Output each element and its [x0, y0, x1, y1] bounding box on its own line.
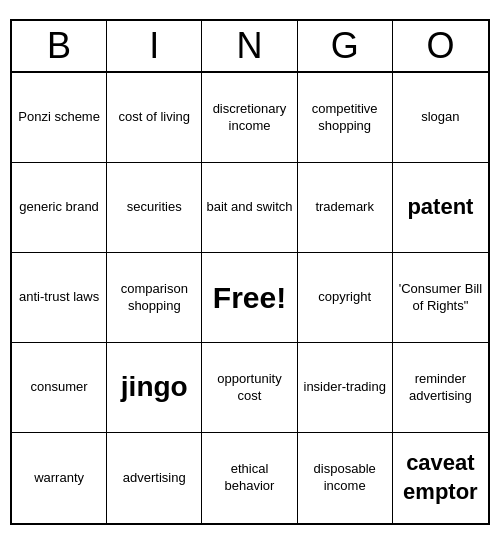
header-letter-n: N	[202, 21, 297, 71]
cell-text-16: jingo	[121, 369, 188, 405]
header-letter-i: I	[107, 21, 202, 71]
bingo-cell-14: 'Consumer Bill of Rights"	[393, 253, 488, 343]
bingo-cell-10: anti-trust laws	[12, 253, 107, 343]
cell-text-14: 'Consumer Bill of Rights"	[396, 281, 485, 315]
cell-text-15: consumer	[31, 379, 88, 396]
bingo-cell-18: insider-trading	[298, 343, 393, 433]
cell-text-0: Ponzi scheme	[18, 109, 100, 126]
bingo-cell-17: opportunity cost	[202, 343, 297, 433]
bingo-grid: Ponzi schemecost of livingdiscretionary …	[12, 73, 488, 523]
bingo-header: BINGO	[12, 21, 488, 73]
cell-text-6: securities	[127, 199, 182, 216]
header-letter-g: G	[298, 21, 393, 71]
bingo-cell-4: slogan	[393, 73, 488, 163]
bingo-cell-20: warranty	[12, 433, 107, 523]
bingo-cell-24: caveat emptor	[393, 433, 488, 523]
cell-text-3: competitive shopping	[301, 101, 389, 135]
cell-text-23: disposable income	[301, 461, 389, 495]
cell-text-12: Free!	[213, 278, 286, 317]
header-letter-o: O	[393, 21, 488, 71]
cell-text-7: bait and switch	[206, 199, 292, 216]
cell-text-11: comparison shopping	[110, 281, 198, 315]
cell-text-19: reminder advertising	[396, 371, 485, 405]
bingo-cell-7: bait and switch	[202, 163, 297, 253]
bingo-cell-19: reminder advertising	[393, 343, 488, 433]
bingo-cell-5: generic brand	[12, 163, 107, 253]
bingo-cell-9: patent	[393, 163, 488, 253]
bingo-cell-3: competitive shopping	[298, 73, 393, 163]
bingo-cell-16: jingo	[107, 343, 202, 433]
header-letter-b: B	[12, 21, 107, 71]
cell-text-17: opportunity cost	[205, 371, 293, 405]
cell-text-21: advertising	[123, 470, 186, 487]
cell-text-18: insider-trading	[304, 379, 386, 396]
cell-text-24: caveat emptor	[396, 449, 485, 506]
cell-text-9: patent	[407, 193, 473, 222]
bingo-cell-6: securities	[107, 163, 202, 253]
bingo-cell-2: discretionary income	[202, 73, 297, 163]
bingo-cell-22: ethical behavior	[202, 433, 297, 523]
cell-text-2: discretionary income	[205, 101, 293, 135]
bingo-cell-12: Free!	[202, 253, 297, 343]
bingo-cell-8: trademark	[298, 163, 393, 253]
cell-text-22: ethical behavior	[205, 461, 293, 495]
bingo-cell-0: Ponzi scheme	[12, 73, 107, 163]
cell-text-5: generic brand	[19, 199, 99, 216]
cell-text-10: anti-trust laws	[19, 289, 99, 306]
cell-text-4: slogan	[421, 109, 459, 126]
cell-text-13: copyright	[318, 289, 371, 306]
bingo-cell-23: disposable income	[298, 433, 393, 523]
bingo-card: BINGO Ponzi schemecost of livingdiscreti…	[10, 19, 490, 525]
cell-text-20: warranty	[34, 470, 84, 487]
cell-text-8: trademark	[315, 199, 374, 216]
bingo-cell-15: consumer	[12, 343, 107, 433]
bingo-cell-11: comparison shopping	[107, 253, 202, 343]
bingo-cell-13: copyright	[298, 253, 393, 343]
bingo-cell-21: advertising	[107, 433, 202, 523]
bingo-cell-1: cost of living	[107, 73, 202, 163]
cell-text-1: cost of living	[119, 109, 191, 126]
